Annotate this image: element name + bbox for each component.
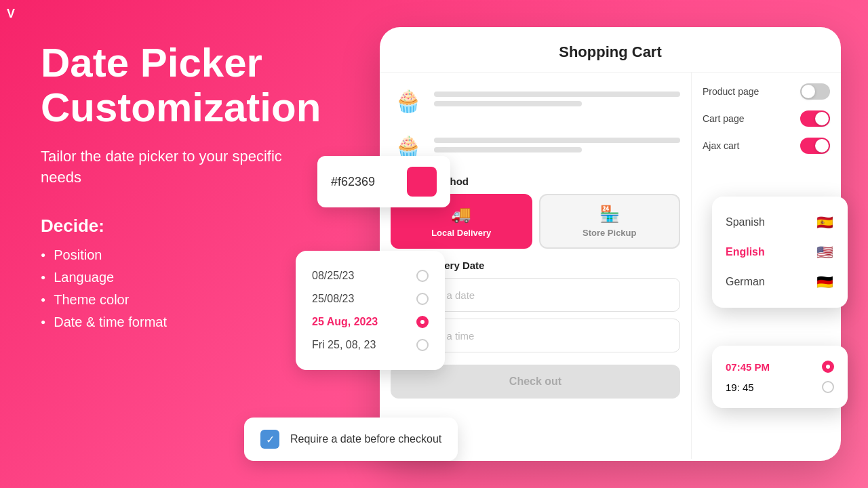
color-swatch[interactable]	[407, 167, 437, 197]
flag-spanish: 🇪🇸	[815, 213, 834, 232]
toggle-product-label: Product page	[703, 86, 759, 97]
time-24h-label: 19: 45	[726, 382, 754, 393]
flag-english: 🇺🇸	[815, 243, 834, 262]
toggle-knob-ajax	[815, 139, 829, 152]
toggle-knob-cart	[815, 112, 829, 125]
time-option-12h[interactable]: 07:45 PM	[726, 357, 834, 377]
bullet-item-language: Language	[41, 270, 326, 285]
lang-row-english[interactable]: English 🇺🇸	[726, 237, 834, 267]
radio-2[interactable]	[416, 293, 429, 305]
radio-4[interactable]	[416, 339, 429, 351]
subtitle: Tailor the date picker to your specific …	[41, 146, 326, 188]
left-panel: Date Picker Customization Tailor the dat…	[41, 41, 326, 337]
item-line-1b	[434, 101, 582, 106]
toggle-row-ajax: Ajax cart	[703, 138, 830, 154]
lang-english-label: English	[726, 246, 765, 258]
cart-item-1: 🧁	[391, 83, 680, 119]
require-checkbox[interactable]: ✓	[260, 430, 279, 449]
method-store-label: Store Pickup	[583, 228, 636, 238]
toggle-row-product: Product page	[703, 83, 830, 100]
item-line-2a	[434, 138, 680, 143]
date-format-card: 08/25/23 25/08/23 25 Aug, 2023 Fri 25, 0…	[296, 251, 445, 370]
date-option-4[interactable]: Fri 25, 08, 23	[312, 333, 429, 357]
bullet-item-position: Position	[41, 247, 326, 263]
lang-spanish-label: Spanish	[726, 216, 765, 228]
pickup-icon: 🏪	[599, 205, 620, 224]
decide-label: Decide:	[41, 216, 326, 237]
bullet-item-datetime: Date & time format	[41, 314, 326, 330]
item-line-2b	[434, 147, 582, 152]
toggle-row-cart: Cart page	[703, 110, 830, 127]
radio-time-2[interactable]	[822, 381, 834, 393]
flag-german: 🇩🇪	[815, 272, 834, 291]
toggle-ajax-label: Ajax cart	[703, 140, 739, 151]
color-picker-card	[317, 156, 450, 207]
delivery-icon: 🚚	[451, 205, 471, 224]
radio-1[interactable]	[416, 270, 429, 282]
toggle-cart[interactable]	[800, 110, 830, 127]
bullet-list: Position Language Theme color Date & tim…	[41, 247, 326, 330]
cart-item-img-1: 🧁	[391, 83, 426, 119]
time-12h-label: 07:45 PM	[726, 361, 770, 373]
date-option-1[interactable]: 08/25/23	[312, 264, 429, 287]
method-store-pickup[interactable]: 🏪 Store Pickup	[539, 194, 681, 249]
toggle-product[interactable]	[800, 83, 830, 100]
lang-row-spanish[interactable]: Spanish 🇪🇸	[726, 207, 834, 237]
date-option-2[interactable]: 25/08/23	[312, 287, 429, 310]
main-title: Date Picker Customization	[41, 41, 326, 130]
hex-color-input[interactable]	[331, 175, 399, 189]
toggle-ajax[interactable]	[800, 138, 830, 154]
time-option-24h[interactable]: 19: 45	[726, 377, 834, 397]
radio-time-1[interactable]	[822, 361, 834, 373]
method-local-label: Local Delivery	[431, 228, 491, 238]
panel-header: Shopping Cart	[380, 27, 841, 73]
lang-row-german[interactable]: German 🇩🇪	[726, 267, 834, 297]
radio-3[interactable]	[416, 316, 429, 328]
language-card: Spanish 🇪🇸 English 🇺🇸 German 🇩🇪	[712, 197, 848, 308]
require-checkout-card: ✓ Require a date before checkout	[244, 418, 458, 461]
toggle-cart-label: Cart page	[703, 113, 744, 124]
require-text: Require a date before checkout	[290, 433, 441, 445]
bullet-item-theme: Theme color	[41, 292, 326, 308]
cart-item-lines-2	[434, 138, 680, 157]
time-format-card: 07:45 PM 19: 45	[712, 346, 848, 408]
date-option-3[interactable]: 25 Aug, 2023	[312, 310, 429, 333]
item-line-1a	[434, 92, 680, 97]
lang-german-label: German	[726, 276, 765, 288]
brand-logo: V	[7, 7, 15, 21]
cart-item-lines-1	[434, 92, 680, 110]
toggle-knob-product	[802, 85, 815, 98]
